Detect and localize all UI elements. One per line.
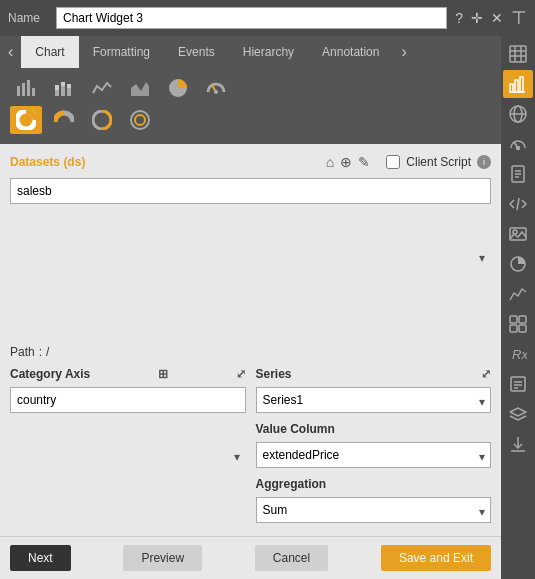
sidebar-gauge-icon[interactable] [503,130,533,158]
svg-rect-3 [32,88,35,96]
sidebar-document-icon[interactable] [503,160,533,188]
name-label: Name [8,11,48,25]
svg-point-12 [214,90,218,94]
gauge-chart-btn[interactable] [200,74,232,102]
svg-point-30 [517,147,520,150]
series-filter-icon[interactable]: ⤢ [481,367,491,381]
pin-icon[interactable]: ⊤ [511,7,527,29]
svg-rect-17 [510,46,526,62]
svg-rect-2 [27,80,30,96]
category-axis-filter-icon[interactable]: ⤢ [236,367,246,381]
sidebar-code-icon[interactable] [503,190,533,218]
category-axis-select[interactable]: country [10,387,246,413]
datasets-label: Datasets (ds) [10,155,85,169]
client-script-label: Client Script [406,155,471,169]
svg-rect-41 [510,325,517,332]
datasets-actions: ⌂ ⊕ ✎ Client Script i [326,154,491,170]
datasets-add-icon[interactable]: ⊕ [340,154,352,170]
chart-icon-row-1 [10,74,491,102]
ring-chart-btn[interactable] [124,106,156,134]
sidebar-map-icon[interactable] [503,100,533,128]
datasets-header: Datasets (ds) ⌂ ⊕ ✎ Client Script i [10,154,491,170]
aggregation-select-wrapper: Sum [256,497,492,526]
tab-next-btn[interactable]: › [393,36,414,68]
save-exit-button[interactable]: Save and Exit [381,545,491,571]
svg-rect-40 [519,316,526,323]
close-icon[interactable]: ✕ [491,10,503,26]
sidebar-image-icon[interactable] [503,220,533,248]
area-chart-btn[interactable] [124,74,156,102]
tab-events[interactable]: Events [164,36,229,68]
chart-type-selector [0,68,501,144]
title-bar-actions: ? ✛ ✕ ⊤ [455,7,527,29]
sidebar-rx-icon[interactable]: Rx [503,340,533,368]
path-row: Path : / [10,345,491,359]
aggregation-label: Aggregation [256,477,492,491]
tab-bar: ‹ Chart Formatting Events Hierarchy Anno… [0,36,501,68]
sidebar-grid-icon[interactable] [503,310,533,338]
pie-chart-btn[interactable] [162,74,194,102]
svg-rect-42 [519,325,526,332]
sidebar-layers-icon[interactable] [503,400,533,428]
svg-rect-6 [61,86,65,96]
series-select[interactable]: Series1 [256,387,492,413]
bottom-bar: Next Preview Cancel Save and Exit [0,536,501,579]
arc-chart-btn[interactable] [86,106,118,134]
svg-point-15 [131,111,149,129]
category-axis-icon[interactable]: ⊞ [158,367,168,381]
value-column-select[interactable]: extendedPrice [256,442,492,468]
form-area: Datasets (ds) ⌂ ⊕ ✎ Client Script i [0,144,501,536]
sidebar-chart-icon[interactable] [503,70,533,98]
widget-name-input[interactable] [56,7,447,29]
tab-formatting[interactable]: Formatting [79,36,164,68]
series-select-wrapper: Series1 [256,387,492,416]
svg-marker-10 [131,82,149,96]
bar-chart-btn[interactable] [10,74,42,102]
donut-chart-btn[interactable] [10,106,42,134]
client-script-checkbox[interactable] [386,155,400,169]
svg-rect-7 [61,82,65,86]
cancel-button[interactable]: Cancel [255,545,328,571]
right-sidebar: Rx [501,36,535,579]
right-col: Series ⤢ Series1 Value Column ex [256,367,492,526]
move-icon[interactable]: ✛ [471,10,483,26]
tab-chart[interactable]: Chart [21,36,78,68]
svg-rect-1 [22,83,25,96]
sidebar-metrics-icon[interactable] [503,280,533,308]
svg-line-35 [517,198,519,210]
category-axis-select-wrapper: country [10,387,246,526]
aggregation-select[interactable]: Sum [256,497,492,523]
tab-hierarchy[interactable]: Hierarchy [229,36,308,68]
datasets-edit-icon[interactable]: ✎ [358,154,370,170]
line-chart-btn[interactable] [86,74,118,102]
svg-rect-4 [55,90,59,96]
sidebar-chart2-icon[interactable] [503,250,533,278]
client-script-row: Client Script i [386,155,491,169]
datasets-select-wrapper: salesb [10,178,491,337]
svg-point-16 [135,115,145,125]
preview-button[interactable]: Preview [123,545,202,571]
chart-icon-row-2 [10,106,491,134]
svg-rect-23 [515,80,518,92]
content-area: ‹ Chart Formatting Events Hierarchy Anno… [0,36,501,579]
svg-rect-0 [17,86,20,96]
tab-prev-btn[interactable]: ‹ [0,36,21,68]
datasets-home-icon[interactable]: ⌂ [326,154,334,170]
datasets-select[interactable]: salesb [10,178,491,204]
svg-rect-39 [510,316,517,323]
value-column-label: Value Column [256,422,492,436]
help-icon[interactable]: ? [455,10,463,26]
client-script-info-icon[interactable]: i [477,155,491,169]
sidebar-table-icon[interactable] [503,40,533,68]
svg-text:Rx: Rx [512,347,527,362]
tab-annotation[interactable]: Annotation [308,36,393,68]
sidebar-report-icon[interactable] [503,370,533,398]
two-column-section: Category Axis ⊞ ⤢ country Series ⤢ [10,367,491,526]
stacked-bar-btn[interactable] [48,74,80,102]
main-wrapper: ‹ Chart Formatting Events Hierarchy Anno… [0,36,535,579]
half-donut-btn[interactable] [48,106,80,134]
sidebar-download-icon[interactable] [503,430,533,458]
svg-rect-9 [67,84,71,88]
svg-rect-8 [67,88,71,96]
next-button[interactable]: Next [10,545,71,571]
